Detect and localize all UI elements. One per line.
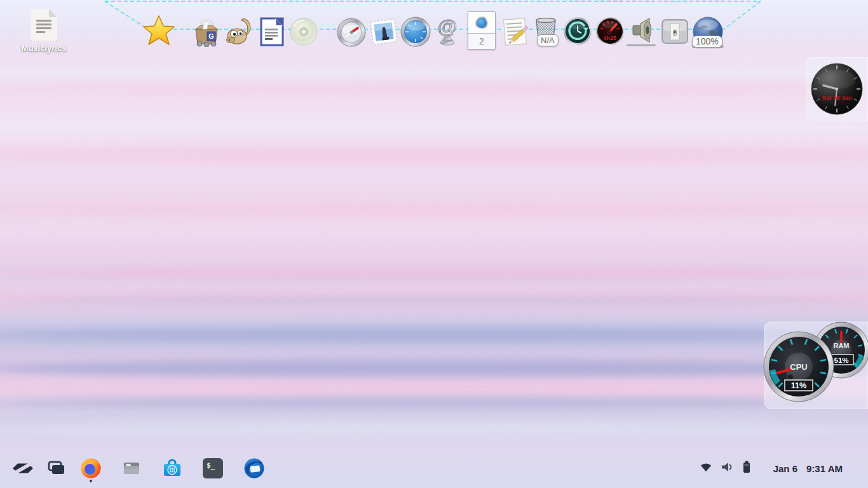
photo-stamp-icon [368,16,400,48]
system-tray: Jan 6 9:31 AM [700,449,843,488]
time-machine-icon [563,17,592,46]
compass-icon [337,18,366,47]
taskbar-clock[interactable]: Jan 6 9:31 AM [773,463,843,474]
dock-item-notes[interactable] [499,16,530,50]
taskbar-firefox[interactable] [80,458,102,479]
switch-icon [661,18,689,45]
window-group-box: 2 [468,11,496,50]
gimp-icon [224,16,255,46]
dock-item-volume[interactable] [628,16,656,46]
svg-text:G: G [208,32,214,40]
firefox-running-dot [90,480,92,482]
wallpaper-streak [0,147,868,163]
wifi-icon[interactable] [700,461,712,476]
svg-text:4h25: 4h25 [604,35,617,41]
cpu-label: CPU [790,362,807,372]
wallpaper [0,0,868,488]
wallpaper-streak [0,383,868,391]
dock-item-window-group[interactable]: 2 [468,11,496,50]
cd-icon [290,18,318,46]
dock-item-gimp[interactable] [224,16,255,49]
wallpaper-streak [0,396,868,409]
overview-icon [46,458,66,478]
dock-item-cd[interactable] [290,18,318,48]
mini-safari-icon [475,16,489,30]
volume-icon[interactable] [720,461,734,476]
battery-gauge-icon: 4h25 [595,17,625,46]
wallpaper-streak [0,296,868,304]
network-percent-badge: 100% [692,36,722,48]
dock-item-favorites[interactable] [142,14,175,50]
clock-date-label: Sat 06 Jan [822,94,852,101]
volume-indicator-bar [627,44,656,46]
wallpaper-streak [0,327,868,342]
taskbar-thunderbird[interactable] [243,458,265,479]
system-monitor-gauges[interactable]: RAM 51% CPU 11% [760,316,868,410]
speaker-icon [628,16,656,44]
taskbar-terminal[interactable]: $_ [202,458,224,479]
files-icon [121,458,142,478]
wallpaper-streak [0,266,868,281]
trash-status-badge: N/A [537,34,559,46]
dock-item-battery-gauge[interactable]: 4h25 [595,17,625,48]
star-icon [142,14,175,47]
package-installer-icon: G [191,17,222,47]
taskbar-date: Jan 6 [773,463,797,474]
wallpaper-streak [0,422,868,438]
dock-item-mail-stamp[interactable] [368,16,400,50]
software-store-icon [161,458,183,479]
wallpaper-streak [0,360,868,377]
clock-widget[interactable]: Sat 06 Jan [806,57,868,121]
dock-item-navigator[interactable] [337,18,366,50]
desktop-screen: Musiclyrics [0,0,868,488]
taskbar-time: 9:31 AM [806,463,843,474]
wallpaper-streak [0,205,868,216]
taskbar: $_ [0,449,868,488]
dock-item-switch[interactable] [661,18,689,48]
ram-value: 51% [834,356,848,364]
dock: G [0,0,868,61]
dock-item-package-installer[interactable]: G [191,17,222,50]
terminal-icon: $_ [203,458,223,478]
battery-icon[interactable] [742,460,752,477]
cpu-gauge: CPU 11% [764,332,834,402]
at-stamp-icon: @ [433,16,461,48]
taskbar-software-store[interactable] [161,458,183,479]
dock-item-safari[interactable] [400,17,431,50]
dock-item-time-machine[interactable] [563,17,592,48]
taskbar-window-overview[interactable] [45,458,67,479]
dock-item-email-stamp[interactable]: @ [433,16,461,50]
taskbar-zorin-menu[interactable] [12,458,34,479]
firefox-icon [80,458,102,479]
cpu-value: 11% [791,381,806,390]
notes-icon [499,16,530,48]
zorin-logo-icon [12,458,34,479]
thunderbird-icon [243,458,265,479]
taskbar-files[interactable] [121,458,142,479]
safari-icon [400,17,431,47]
dock-item-writer[interactable] [258,17,286,49]
wallpaper-streak [0,81,868,93]
window-group-count: 2 [468,34,495,49]
writer-icon [258,17,286,46]
ram-label: RAM [833,342,849,349]
analog-clock-icon: Sat 06 Jan [810,62,864,116]
